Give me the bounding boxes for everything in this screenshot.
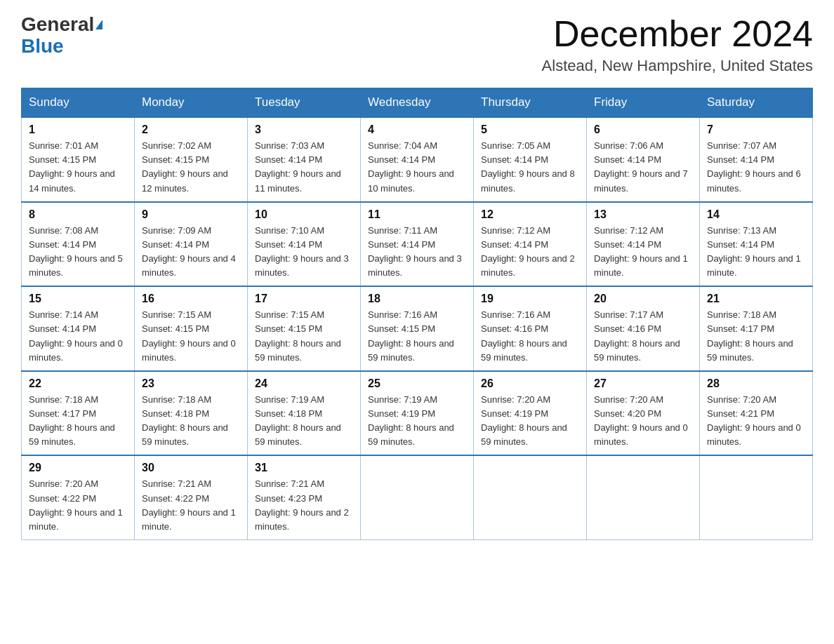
day-number: 28 bbox=[707, 377, 805, 390]
day-info: Sunrise: 7:17 AMSunset: 4:16 PMDaylight:… bbox=[594, 309, 680, 362]
calendar-cell: 18 Sunrise: 7:16 AMSunset: 4:15 PMDaylig… bbox=[361, 286, 474, 371]
header: General Blue December 2024 Alstead, New … bbox=[21, 14, 813, 75]
calendar-cell: 26 Sunrise: 7:20 AMSunset: 4:19 PMDaylig… bbox=[474, 371, 587, 456]
day-number: 15 bbox=[29, 293, 127, 305]
logo-general-text: General bbox=[21, 14, 94, 36]
calendar-cell: 7 Sunrise: 7:07 AMSunset: 4:14 PMDayligh… bbox=[700, 117, 813, 202]
calendar-cell: 31 Sunrise: 7:21 AMSunset: 4:23 PMDaylig… bbox=[248, 455, 361, 539]
day-info: Sunrise: 7:07 AMSunset: 4:14 PMDaylight:… bbox=[707, 140, 801, 193]
day-number: 7 bbox=[707, 123, 805, 136]
week-row-4: 22 Sunrise: 7:18 AMSunset: 4:17 PMDaylig… bbox=[22, 371, 813, 456]
day-number: 22 bbox=[29, 377, 127, 390]
day-info: Sunrise: 7:12 AMSunset: 4:14 PMDaylight:… bbox=[481, 225, 575, 278]
day-number: 16 bbox=[142, 293, 240, 305]
calendar-cell: 12 Sunrise: 7:12 AMSunset: 4:14 PMDaylig… bbox=[474, 202, 587, 287]
column-header-friday: Friday bbox=[587, 88, 700, 118]
day-info: Sunrise: 7:05 AMSunset: 4:14 PMDaylight:… bbox=[481, 140, 575, 193]
logo-triangle-icon bbox=[95, 20, 102, 29]
column-header-thursday: Thursday bbox=[474, 88, 587, 118]
calendar-cell: 21 Sunrise: 7:18 AMSunset: 4:17 PMDaylig… bbox=[700, 286, 813, 371]
day-info: Sunrise: 7:15 AMSunset: 4:15 PMDaylight:… bbox=[142, 309, 236, 362]
calendar-table: SundayMondayTuesdayWednesdayThursdayFrid… bbox=[21, 88, 813, 540]
day-number: 24 bbox=[255, 377, 353, 390]
calendar-cell: 24 Sunrise: 7:19 AMSunset: 4:18 PMDaylig… bbox=[248, 371, 361, 456]
calendar-cell: 23 Sunrise: 7:18 AMSunset: 4:18 PMDaylig… bbox=[135, 371, 248, 456]
location-title: Alstead, New Hampshire, United States bbox=[542, 57, 813, 75]
header-row: SundayMondayTuesdayWednesdayThursdayFrid… bbox=[22, 88, 813, 118]
day-number: 30 bbox=[142, 462, 240, 474]
calendar-cell: 16 Sunrise: 7:15 AMSunset: 4:15 PMDaylig… bbox=[135, 286, 248, 371]
calendar-cell: 11 Sunrise: 7:11 AMSunset: 4:14 PMDaylig… bbox=[361, 202, 474, 287]
column-header-monday: Monday bbox=[135, 88, 248, 118]
day-info: Sunrise: 7:15 AMSunset: 4:15 PMDaylight:… bbox=[255, 309, 341, 362]
day-number: 17 bbox=[255, 293, 353, 305]
day-number: 26 bbox=[481, 377, 579, 390]
day-number: 19 bbox=[481, 293, 579, 305]
day-info: Sunrise: 7:13 AMSunset: 4:14 PMDaylight:… bbox=[707, 225, 801, 278]
logo: General Blue bbox=[21, 14, 102, 58]
day-info: Sunrise: 7:20 AMSunset: 4:20 PMDaylight:… bbox=[594, 394, 688, 447]
day-info: Sunrise: 7:14 AMSunset: 4:14 PMDaylight:… bbox=[29, 309, 123, 362]
day-number: 21 bbox=[707, 293, 805, 305]
day-number: 11 bbox=[368, 208, 466, 221]
day-info: Sunrise: 7:08 AMSunset: 4:14 PMDaylight:… bbox=[29, 225, 123, 278]
day-number: 12 bbox=[481, 208, 579, 221]
day-number: 3 bbox=[255, 123, 353, 136]
day-number: 18 bbox=[368, 293, 466, 305]
calendar-cell bbox=[587, 455, 700, 539]
day-info: Sunrise: 7:21 AMSunset: 4:23 PMDaylight:… bbox=[255, 478, 349, 531]
day-info: Sunrise: 7:06 AMSunset: 4:14 PMDaylight:… bbox=[594, 140, 688, 193]
day-number: 9 bbox=[142, 208, 240, 221]
calendar-cell: 14 Sunrise: 7:13 AMSunset: 4:14 PMDaylig… bbox=[700, 202, 813, 287]
calendar-cell: 27 Sunrise: 7:20 AMSunset: 4:20 PMDaylig… bbox=[587, 371, 700, 456]
day-info: Sunrise: 7:20 AMSunset: 4:19 PMDaylight:… bbox=[481, 394, 567, 447]
day-number: 4 bbox=[368, 123, 466, 136]
day-info: Sunrise: 7:09 AMSunset: 4:14 PMDaylight:… bbox=[142, 225, 236, 278]
day-number: 2 bbox=[142, 123, 240, 136]
column-header-saturday: Saturday bbox=[700, 88, 813, 118]
calendar-cell: 4 Sunrise: 7:04 AMSunset: 4:14 PMDayligh… bbox=[361, 117, 474, 202]
logo-blue-text: Blue bbox=[21, 36, 64, 58]
calendar-cell: 20 Sunrise: 7:17 AMSunset: 4:16 PMDaylig… bbox=[587, 286, 700, 371]
day-info: Sunrise: 7:03 AMSunset: 4:14 PMDaylight:… bbox=[255, 140, 341, 193]
day-info: Sunrise: 7:02 AMSunset: 4:15 PMDaylight:… bbox=[142, 140, 228, 193]
week-row-1: 1 Sunrise: 7:01 AMSunset: 4:15 PMDayligh… bbox=[22, 117, 813, 202]
day-info: Sunrise: 7:21 AMSunset: 4:22 PMDaylight:… bbox=[142, 478, 236, 531]
day-number: 31 bbox=[255, 462, 353, 474]
day-info: Sunrise: 7:16 AMSunset: 4:16 PMDaylight:… bbox=[481, 309, 567, 362]
day-number: 20 bbox=[594, 293, 692, 305]
calendar-cell: 2 Sunrise: 7:02 AMSunset: 4:15 PMDayligh… bbox=[135, 117, 248, 202]
day-info: Sunrise: 7:12 AMSunset: 4:14 PMDaylight:… bbox=[594, 225, 688, 278]
column-header-wednesday: Wednesday bbox=[361, 88, 474, 118]
day-number: 14 bbox=[707, 208, 805, 221]
calendar-cell: 5 Sunrise: 7:05 AMSunset: 4:14 PMDayligh… bbox=[474, 117, 587, 202]
calendar-cell: 29 Sunrise: 7:20 AMSunset: 4:22 PMDaylig… bbox=[22, 455, 135, 539]
calendar-cell: 13 Sunrise: 7:12 AMSunset: 4:14 PMDaylig… bbox=[587, 202, 700, 287]
day-info: Sunrise: 7:20 AMSunset: 4:21 PMDaylight:… bbox=[707, 394, 801, 447]
day-number: 10 bbox=[255, 208, 353, 221]
calendar-cell bbox=[474, 455, 587, 539]
calendar-cell: 22 Sunrise: 7:18 AMSunset: 4:17 PMDaylig… bbox=[22, 371, 135, 456]
day-info: Sunrise: 7:16 AMSunset: 4:15 PMDaylight:… bbox=[368, 309, 454, 362]
day-info: Sunrise: 7:20 AMSunset: 4:22 PMDaylight:… bbox=[29, 478, 123, 531]
calendar-cell: 6 Sunrise: 7:06 AMSunset: 4:14 PMDayligh… bbox=[587, 117, 700, 202]
day-number: 8 bbox=[29, 208, 127, 221]
day-number: 29 bbox=[29, 462, 127, 474]
day-number: 5 bbox=[481, 123, 579, 136]
calendar-cell: 15 Sunrise: 7:14 AMSunset: 4:14 PMDaylig… bbox=[22, 286, 135, 371]
week-row-3: 15 Sunrise: 7:14 AMSunset: 4:14 PMDaylig… bbox=[22, 286, 813, 371]
day-number: 25 bbox=[368, 377, 466, 390]
day-number: 23 bbox=[142, 377, 240, 390]
day-info: Sunrise: 7:18 AMSunset: 4:17 PMDaylight:… bbox=[707, 309, 793, 362]
calendar-cell: 8 Sunrise: 7:08 AMSunset: 4:14 PMDayligh… bbox=[22, 202, 135, 287]
day-info: Sunrise: 7:11 AMSunset: 4:14 PMDaylight:… bbox=[368, 225, 462, 278]
calendar-cell: 19 Sunrise: 7:16 AMSunset: 4:16 PMDaylig… bbox=[474, 286, 587, 371]
day-info: Sunrise: 7:10 AMSunset: 4:14 PMDaylight:… bbox=[255, 225, 349, 278]
column-header-sunday: Sunday bbox=[22, 88, 135, 118]
day-info: Sunrise: 7:18 AMSunset: 4:18 PMDaylight:… bbox=[142, 394, 228, 447]
calendar-cell: 25 Sunrise: 7:19 AMSunset: 4:19 PMDaylig… bbox=[361, 371, 474, 456]
day-number: 27 bbox=[594, 377, 692, 390]
calendar-cell bbox=[700, 455, 813, 539]
calendar-cell: 1 Sunrise: 7:01 AMSunset: 4:15 PMDayligh… bbox=[22, 117, 135, 202]
month-title: December 2024 bbox=[542, 14, 813, 54]
